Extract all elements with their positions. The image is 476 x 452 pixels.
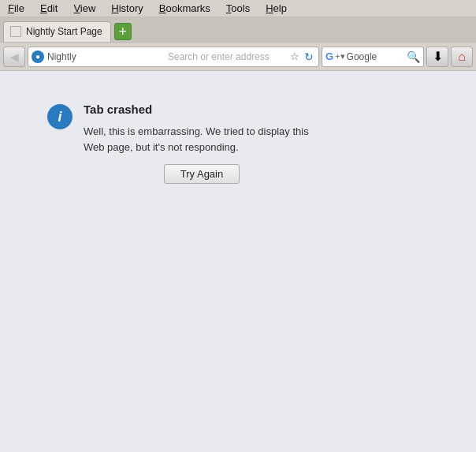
info-icon: i (47, 104, 73, 129)
crash-message: Well, this is embarrassing. We tried to … (84, 124, 320, 155)
tab-favicon (10, 26, 21, 37)
crash-box: i Tab crashed Well, this is embarrassing… (47, 103, 320, 184)
try-again-button[interactable]: Try Again (164, 164, 240, 184)
main-content: i Tab crashed Well, this is embarrassing… (0, 71, 476, 452)
nightly-icon-label: ● (35, 52, 40, 61)
search-engine-button[interactable]: G +▾ (325, 50, 345, 62)
tab-title: Nightly Start Page (26, 26, 102, 37)
search-engine-letter: G (325, 50, 333, 62)
location-brand-label: Nightly (47, 51, 165, 62)
menu-edit[interactable]: Edit (35, 1, 62, 16)
menu-file[interactable]: File (3, 1, 29, 16)
new-tab-button[interactable]: + (114, 23, 132, 40)
menu-help[interactable]: Help (261, 1, 292, 16)
nav-bar: ◀ ● Nightly Search or enter address ☆ ↻ … (0, 43, 476, 71)
menu-history[interactable]: History (106, 1, 147, 16)
menu-bar: File Edit View History Bookmarks Tools H… (0, 0, 476, 17)
tab-bar: Nightly Start Page + (0, 17, 476, 43)
search-go-button[interactable]: 🔍 (407, 50, 420, 63)
crash-title: Tab crashed (84, 103, 320, 116)
reload-button[interactable]: ↻ (303, 50, 315, 64)
download-button[interactable]: ⬇ (426, 47, 448, 67)
location-bar[interactable]: ● Nightly Search or enter address ☆ ↻ (28, 47, 319, 67)
download-icon: ⬇ (433, 49, 443, 64)
nightly-icon: ● (32, 50, 44, 63)
active-tab[interactable]: Nightly Start Page (3, 21, 111, 42)
search-engine-separator: +▾ (335, 51, 344, 62)
star-button[interactable]: ☆ (288, 50, 301, 63)
location-placeholder-text: Search or enter address (168, 51, 285, 62)
menu-bookmarks[interactable]: Bookmarks (154, 1, 215, 16)
search-bar[interactable]: G +▾ Google 🔍 (322, 47, 424, 67)
location-actions: ☆ ↻ (288, 50, 315, 64)
search-engine-name: Google (347, 51, 405, 62)
home-button[interactable]: ⌂ (451, 47, 473, 67)
menu-view[interactable]: View (69, 1, 100, 16)
home-icon: ⌂ (458, 50, 466, 64)
back-icon: ◀ (10, 50, 19, 63)
back-button[interactable]: ◀ (3, 47, 25, 67)
crash-content: Tab crashed Well, this is embarrassing. … (84, 103, 320, 184)
menu-tools[interactable]: Tools (221, 1, 255, 16)
